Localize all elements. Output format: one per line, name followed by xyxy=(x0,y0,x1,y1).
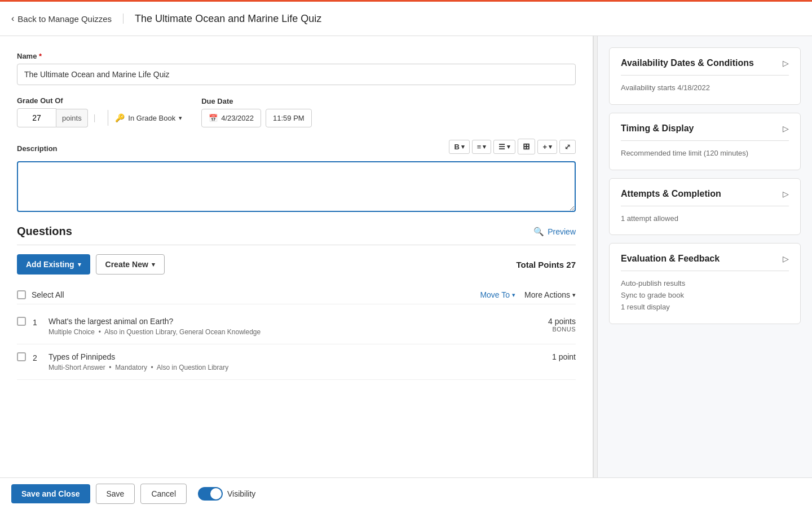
grade-book-button[interactable]: 🔑 In Grade Book ▾ xyxy=(108,110,184,126)
grade-input[interactable] xyxy=(17,108,56,127)
questions-list: 1 What's the largest animal on Earth? Mu… xyxy=(17,309,576,380)
description-textarea[interactable] xyxy=(17,161,576,212)
attempts-card: Attempts & Completion ▷ 1 attempt allowe… xyxy=(609,178,801,236)
top-bar: ‹ Back to Manage Quizzes The Ultimate Oc… xyxy=(0,0,812,36)
questions-header: Questions 🔍 Preview xyxy=(17,225,576,245)
select-all-label: Select All xyxy=(32,290,64,299)
table-row: 1 What's the largest animal on Earth? Mu… xyxy=(17,309,576,344)
select-all-checkbox[interactable] xyxy=(17,290,26,299)
attempts-chevron-icon: ▷ xyxy=(783,189,789,198)
expand-button[interactable]: ⤢ xyxy=(559,140,576,154)
attempts-card-header[interactable]: Attempts & Completion ▷ xyxy=(621,189,789,199)
evaluation-card-header[interactable]: Evaluation & Feedback ▷ xyxy=(621,254,789,264)
create-new-button[interactable]: Create New ▾ xyxy=(96,254,165,275)
more-actions-chevron-icon: ▾ xyxy=(572,291,576,299)
due-date-button[interactable]: 📅 4/23/2022 xyxy=(201,109,261,127)
right-panel: Availability Dates & Conditions ▷ Availa… xyxy=(598,36,812,477)
question-2-number: 2 xyxy=(33,353,42,362)
question-2-checkbox[interactable] xyxy=(17,352,26,361)
evaluation-divider xyxy=(621,271,789,271)
page-title: The Ultimate Ocean and Marine Life Quiz xyxy=(123,13,321,25)
grade-book-chevron-icon: ▾ xyxy=(179,114,182,122)
calendar-icon: 📅 xyxy=(209,114,218,122)
bold-chevron: ▾ xyxy=(461,143,465,151)
question-2-text: Types of Pinnipeds xyxy=(48,352,524,361)
insert-icon: + xyxy=(542,143,547,151)
more-actions-dropdown[interactable]: More Actions ▾ xyxy=(524,290,576,299)
timing-card-header[interactable]: Timing & Display ▷ xyxy=(621,123,789,134)
move-to-dropdown[interactable]: Move To ▾ xyxy=(480,290,515,299)
expand-icon: ⤢ xyxy=(564,143,571,151)
due-time-button[interactable]: 11:59 PM xyxy=(266,109,312,127)
evaluation-title: Evaluation & Feedback xyxy=(621,254,720,264)
bold-icon: B xyxy=(454,143,459,151)
timing-info: Recommended time limit (120 minutes) xyxy=(621,148,789,160)
question-2-content: Types of Pinnipeds Multi-Short Answer • … xyxy=(48,352,524,371)
attempts-divider xyxy=(621,206,789,206)
insert-button[interactable]: + ▾ xyxy=(537,140,557,154)
align-button[interactable]: ≡ ▾ xyxy=(472,140,492,154)
question-1-content: What's the largest animal on Earth? Mult… xyxy=(48,317,524,336)
due-date-label: Due Date xyxy=(201,97,312,105)
back-link-label: Back to Manage Quizzes xyxy=(17,14,112,24)
attempts-info: 1 attempt allowed xyxy=(621,213,789,225)
availability-chevron-icon: ▷ xyxy=(783,59,789,68)
left-panel: Name * Grade Out Of points | 🔑 In Grade … xyxy=(0,36,593,477)
quiz-name-input[interactable] xyxy=(17,64,576,85)
preview-link[interactable]: 🔍 Preview xyxy=(533,227,576,237)
name-field-group: Name * xyxy=(17,52,576,85)
align-chevron: ▾ xyxy=(483,143,486,151)
questions-section: Questions 🔍 Preview Add Existing ▾ Creat… xyxy=(17,225,576,380)
main-content: Name * Grade Out Of points | 🔑 In Grade … xyxy=(0,36,812,477)
due-time-value: 11:59 PM xyxy=(273,114,304,122)
timing-card: Timing & Display ▷ Recommended time limi… xyxy=(609,113,801,170)
question-1-meta: Multiple Choice • Also in Question Libra… xyxy=(48,328,524,336)
grade-book-label: In Grade Book xyxy=(128,114,175,122)
evaluation-card: Evaluation & Feedback ▷ Auto-publish res… xyxy=(609,243,801,324)
question-btn-group: Add Existing ▾ Create New ▾ xyxy=(17,254,165,275)
due-date-value: 4/23/2022 xyxy=(221,114,254,122)
key-icon: 🔑 xyxy=(115,113,125,122)
due-date-group: Due Date 📅 4/23/2022 11:59 PM xyxy=(201,97,312,127)
question-1-number: 1 xyxy=(33,318,42,327)
select-all-row: Select All Move To ▾ More Actions ▾ xyxy=(17,286,576,304)
total-points: Total Points 27 xyxy=(516,260,576,269)
required-indicator: * xyxy=(39,52,42,60)
question-1-bonus-badge: BONUS xyxy=(531,326,576,333)
back-to-quizzes-link[interactable]: ‹ Back to Manage Quizzes xyxy=(11,14,123,24)
availability-card: Availability Dates & Conditions ▷ Availa… xyxy=(609,47,801,105)
description-section: Description B ▾ ≡ ▾ ☰ ▾ ⊞ xyxy=(17,139,576,214)
question-2-points-value: 1 point xyxy=(531,352,576,361)
question-1-points-value: 4 points xyxy=(531,317,576,326)
questions-actions: Add Existing ▾ Create New ▾ Total Points… xyxy=(17,254,576,275)
question-1-checkbox[interactable] xyxy=(17,317,26,326)
timing-chevron-icon: ▷ xyxy=(783,124,789,133)
list-icon: ☰ xyxy=(498,143,505,151)
create-new-chevron-icon: ▾ xyxy=(152,261,155,268)
due-date-row: 📅 4/23/2022 11:59 PM xyxy=(201,109,312,127)
attempts-title: Attempts & Completion xyxy=(621,189,721,199)
availability-card-header[interactable]: Availability Dates & Conditions ▷ xyxy=(621,58,789,68)
evaluation-info: Auto-publish results Sync to grade book … xyxy=(621,278,789,313)
list-button[interactable]: ☰ ▾ xyxy=(493,140,515,154)
question-1-points: 4 points BONUS xyxy=(531,317,576,333)
add-existing-button[interactable]: Add Existing ▾ xyxy=(17,254,90,275)
table-row: 2 Types of Pinnipeds Multi-Short Answer … xyxy=(17,344,576,380)
question-1-text: What's the largest animal on Earth? xyxy=(48,317,524,326)
preview-icon: 🔍 xyxy=(533,227,544,237)
bold-button[interactable]: B ▾ xyxy=(449,140,469,154)
align-icon: ≡ xyxy=(477,143,482,151)
question-2-meta: Multi-Short Answer • Mandatory • Also in… xyxy=(48,364,524,371)
grade-input-group: points xyxy=(17,108,88,127)
points-label: points xyxy=(56,109,88,127)
scroll-divider xyxy=(593,36,598,477)
add-existing-chevron-icon: ▾ xyxy=(78,261,81,268)
table-button[interactable]: ⊞ xyxy=(518,139,535,154)
availability-info: Availability starts 4/18/2022 xyxy=(621,82,789,94)
timing-title: Timing & Display xyxy=(621,123,694,134)
availability-divider xyxy=(621,75,789,76)
grade-label: Grade Out Of xyxy=(17,96,184,105)
name-label: Name * xyxy=(17,52,576,60)
evaluation-chevron-icon: ▷ xyxy=(783,254,789,263)
move-to-chevron-icon: ▾ xyxy=(512,291,515,299)
